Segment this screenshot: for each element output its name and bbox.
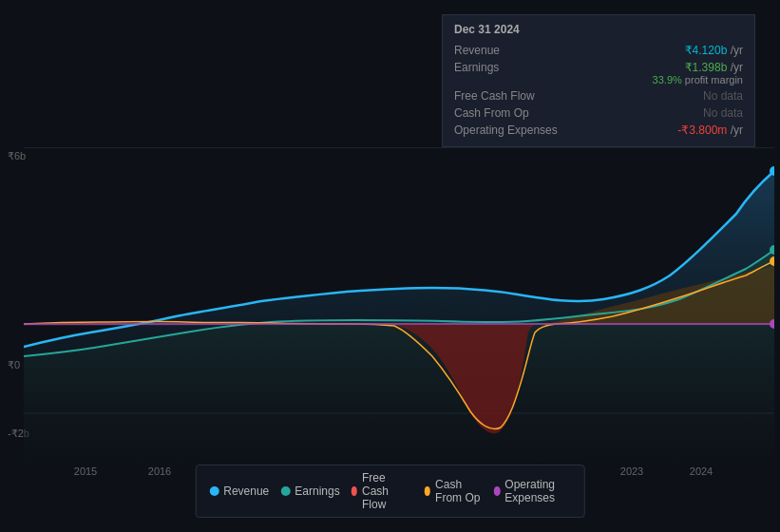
legend-dot-earnings (280, 486, 290, 496)
tooltip-value-revenue: ₹4.120b /yr (685, 44, 743, 57)
chart-container: Dec 31 2024 Revenue ₹4.120b /yr Earnings… (0, 0, 780, 532)
tooltip-value-earnings: ₹1.398b /yr (653, 61, 743, 74)
tooltip-label-fcf: Free Cash Flow (454, 89, 559, 103)
tooltip-value-fcf: No data (703, 89, 743, 103)
legend-cashfromop[interactable]: Cash From Op (425, 471, 483, 511)
legend-dot-fcf (352, 486, 357, 496)
legend-revenue[interactable]: Revenue (209, 471, 269, 511)
tooltip-row-cashfromop: Cash From Op No data (454, 104, 743, 122)
legend-opex[interactable]: Operating Expenses (494, 471, 571, 511)
legend-label-fcf: Free Cash Flow (362, 471, 413, 511)
legend-label-cashfromop: Cash From Op (435, 478, 483, 504)
tooltip-row-earnings: Earnings ₹1.398b /yr 33.9% profit margin (454, 59, 743, 87)
tooltip-row-fcf: Free Cash Flow No data (454, 87, 743, 104)
legend-label-earnings: Earnings (295, 484, 339, 498)
legend-earnings[interactable]: Earnings (280, 471, 339, 511)
legend-dot-revenue (209, 486, 219, 496)
tooltip-profit-margin: 33.9% profit margin (653, 74, 743, 86)
y-label-0: ₹0 (8, 359, 20, 371)
legend-label-opex: Operating Expenses (504, 478, 570, 504)
tooltip-value-opex: -₹3.800m /yr (677, 124, 743, 137)
tooltip-value-cashfromop: No data (703, 106, 743, 120)
chart-legend: Revenue Earnings Free Cash Flow Cash Fro… (195, 465, 585, 518)
legend-dot-opex (494, 486, 500, 496)
tooltip-label-opex: Operating Expenses (454, 124, 559, 137)
main-chart (24, 147, 774, 470)
x-label-2015: 2015 (74, 466, 97, 477)
legend-fcf[interactable]: Free Cash Flow (352, 471, 413, 511)
x-label-2024: 2024 (690, 466, 713, 477)
legend-dot-cashfromop (425, 486, 430, 496)
x-label-2016: 2016 (148, 466, 171, 477)
tooltip-label-cashfromop: Cash From Op (454, 106, 559, 120)
tooltip-box: Dec 31 2024 Revenue ₹4.120b /yr Earnings… (442, 14, 755, 147)
tooltip-label-earnings: Earnings (454, 61, 559, 74)
tooltip-label-revenue: Revenue (454, 44, 559, 57)
tooltip-row-opex: Operating Expenses -₹3.800m /yr (454, 122, 743, 139)
tooltip-date: Dec 31 2024 (454, 23, 743, 36)
legend-label-revenue: Revenue (223, 484, 269, 498)
tooltip-row-revenue: Revenue ₹4.120b /yr (454, 42, 743, 59)
x-label-2023: 2023 (620, 466, 643, 477)
